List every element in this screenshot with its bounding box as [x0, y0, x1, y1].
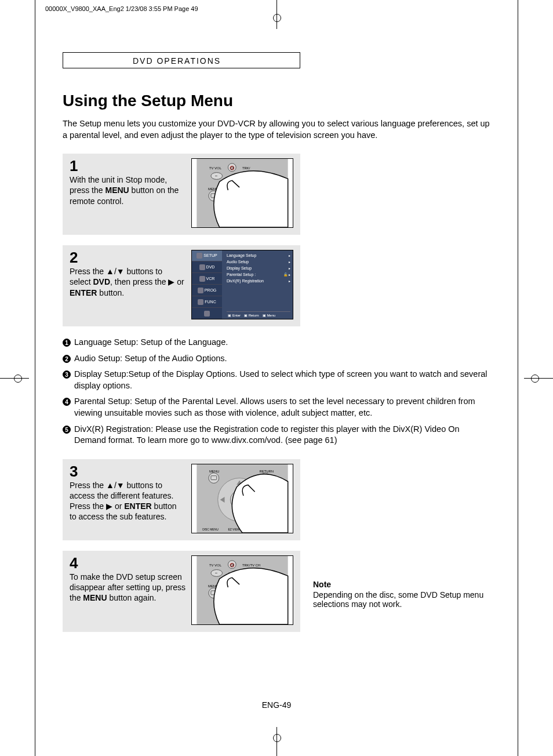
setup-items-list: 1Language Setup: Setup of the Language. … [63, 337, 492, 446]
mute-icon: 🔇 [230, 165, 235, 170]
chevron-right-icon: ▸ [289, 279, 290, 283]
trk-label: TRK/ [242, 166, 250, 170]
section-label-box: DVD OPERATIONS [63, 52, 300, 68]
osd-tab-setup: SETUP [192, 250, 222, 261]
step-body: Press the ▲/▼ buttons to access the diff… [70, 480, 185, 522]
note-title: Note [313, 580, 487, 589]
step-number: 3 [70, 464, 185, 479]
step-number: 2 [70, 250, 185, 265]
list-item: 3Display Setup:Setup of the Display Opti… [63, 369, 492, 391]
menu-label: MENU [209, 469, 219, 472]
svg-point-12 [209, 472, 219, 483]
step-number: 1 [70, 158, 185, 173]
page-title: Using the Setup Menu [63, 92, 492, 110]
gear-icon [197, 253, 202, 259]
osd-tab-func: FUNC [192, 296, 222, 308]
osd-item-language: Language Setup▸ [227, 253, 290, 257]
list-item: 5DivX(R) Registration: Please use the Re… [63, 424, 492, 446]
lock-icon: 🔓 ▸ [283, 272, 290, 277]
ez-view-label: EZ VIEW [228, 528, 240, 531]
osd-screenshot: SETUP DVD VCR PROG FUNC Language Setup▸ … [191, 250, 293, 319]
intro-paragraph: The Setup menu lets you customize your D… [63, 118, 492, 141]
list-item: 1Language Setup: Setup of the Language. [63, 337, 492, 348]
page-number: ENG-49 [0, 700, 553, 710]
tape-icon [199, 276, 205, 282]
return-label: RETURN [260, 469, 274, 472]
chevron-right-icon: ▸ [289, 253, 290, 257]
disc-icon [199, 264, 205, 270]
tv-vol-label: TV VOL [209, 166, 222, 170]
osd-tab-prog: PROG [192, 285, 222, 296]
remote-illustration-menu-2: TV VOL 🔇 TRK/TV CH − AUDIO MENU [191, 555, 293, 625]
svg-text:−: − [215, 174, 218, 179]
gear-icon [204, 311, 210, 317]
svg-text:−: − [215, 570, 218, 576]
osd-menu: Language Setup▸ Audio Setup▸ Display Set… [222, 250, 293, 319]
tv-vol-label: TV VOL [209, 563, 222, 566]
note-body: Depending on the disc, some DVD Setup me… [313, 590, 483, 609]
remote-illustration-menu: TV VOL 🔇 TRK/ − MENU [191, 158, 293, 228]
mute-icon: 🔇 [230, 562, 235, 567]
osd-item-audio: Audio Setup▸ [227, 260, 290, 264]
chevron-right-icon: ▸ [289, 266, 290, 270]
osd-tab-dvd: DVD [192, 261, 222, 273]
disc-menu-label: DISC MENU [202, 528, 219, 531]
step-1: 1 With the unit in Stop mode, press the … [63, 154, 300, 235]
step-3: 3 Press the ▲/▼ buttons to access the di… [63, 459, 300, 540]
clock-icon [198, 288, 203, 293]
print-header: 00000X_V9800_XAA_Eng2 1/23/08 3:55 PM Pa… [45, 5, 198, 12]
trk-label: TRK/TV CH [242, 563, 260, 566]
step-number: 4 [70, 555, 185, 570]
step-4: 4 To make the DVD setup screen disappear… [63, 551, 300, 632]
step-body: To make the DVD setup screen disappear a… [70, 572, 185, 604]
osd-item-parental: Parental Setup :🔓 ▸ [227, 272, 290, 277]
hand-icon [214, 171, 288, 227]
section-label: DVD OPERATIONS [133, 56, 221, 66]
osd-tab-blank [192, 308, 222, 319]
step-body: Press the ▲/▼ buttons to select DVD, the… [70, 266, 185, 298]
osd-tab-vcr: VCR [192, 273, 222, 285]
osd-item-divx: DivX(R) Registration▸ [227, 279, 290, 283]
osd-footer: ▣ Enter ▣ Return ▣ Menu [227, 311, 290, 318]
chevron-right-icon: ▸ [289, 260, 290, 264]
hand-icon [214, 568, 288, 624]
list-item: 2Audio Setup: Setup of the Audio Options… [63, 353, 492, 365]
func-icon [198, 299, 203, 305]
note-block: Note Depending on the disc, some DVD Set… [313, 580, 487, 609]
step-2: 2 Press the ▲/▼ buttons to select DVD, t… [63, 245, 300, 326]
list-item: 4Parental Setup: Setup of the Parental L… [63, 396, 492, 419]
remote-illustration-enter: MENU RETURN ↺ ENTER ▣ DISC MENU EZ VIEW … [191, 464, 293, 533]
osd-sidebar: SETUP DVD VCR PROG FUNC [192, 250, 222, 319]
step-body: With the unit in Stop mode, press the ME… [70, 175, 185, 206]
osd-item-display: Display Setup▸ [227, 266, 290, 270]
